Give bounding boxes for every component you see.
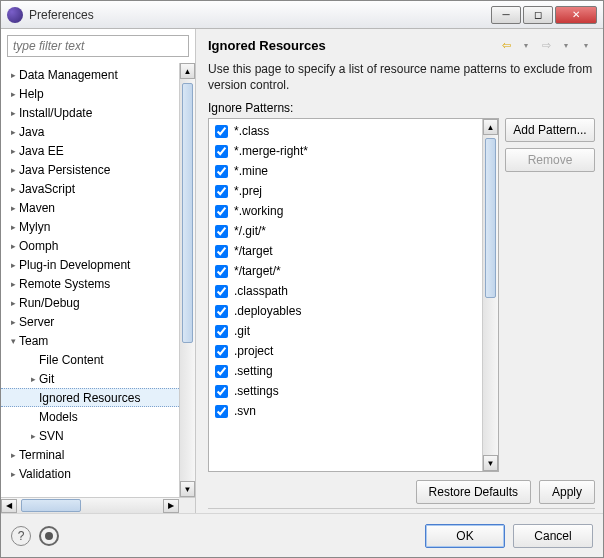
chevron-down-icon[interactable] (7, 336, 19, 346)
remove-button[interactable]: Remove (505, 148, 595, 172)
scroll-down-icon[interactable]: ▼ (180, 481, 195, 497)
forward-menu-icon[interactable]: ▾ (557, 37, 575, 53)
minimize-button[interactable]: ─ (491, 6, 521, 24)
pattern-row[interactable]: .setting (209, 361, 482, 381)
pattern-checkbox[interactable] (215, 265, 228, 278)
chevron-right-icon[interactable] (7, 260, 19, 270)
pattern-checkbox[interactable] (215, 145, 228, 158)
tree-hscrollbar[interactable]: ◀ ▶ (1, 498, 179, 513)
scroll-down-icon[interactable]: ▼ (483, 455, 498, 471)
tree-item[interactable]: Remote Systems (1, 274, 179, 293)
tree-item[interactable]: Help (1, 84, 179, 103)
pattern-row[interactable]: .classpath (209, 281, 482, 301)
tree-item[interactable]: File Content (1, 350, 179, 369)
pattern-row[interactable]: .settings (209, 381, 482, 401)
chevron-right-icon[interactable] (7, 298, 19, 308)
chevron-right-icon[interactable] (7, 165, 19, 175)
pattern-row[interactable]: */.git/* (209, 221, 482, 241)
forward-icon[interactable]: ⇨ (537, 37, 555, 53)
tree-item[interactable]: Java (1, 122, 179, 141)
scroll-up-icon[interactable]: ▲ (483, 119, 498, 135)
scroll-track[interactable] (180, 79, 195, 481)
ok-button[interactable]: OK (425, 524, 505, 548)
pattern-row[interactable]: *.prej (209, 181, 482, 201)
pattern-row[interactable]: *.merge-right* (209, 141, 482, 161)
tree-item[interactable]: Data Management (1, 65, 179, 84)
pattern-checkbox[interactable] (215, 325, 228, 338)
tree-item[interactable]: Terminal (1, 445, 179, 464)
pattern-checkbox[interactable] (215, 405, 228, 418)
chevron-right-icon[interactable] (7, 222, 19, 232)
chevron-right-icon[interactable] (7, 89, 19, 99)
pattern-row[interactable]: .project (209, 341, 482, 361)
patterns-listbox[interactable]: *.class*.merge-right**.mine*.prej*.worki… (208, 118, 499, 472)
tree-item[interactable]: Java Persistence (1, 160, 179, 179)
tree-item[interactable]: Plug-in Development (1, 255, 179, 274)
close-button[interactable]: ✕ (555, 6, 597, 24)
chevron-right-icon[interactable] (7, 469, 19, 479)
preferences-tree[interactable]: Data ManagementHelpInstall/UpdateJavaJav… (1, 63, 179, 497)
tree-item[interactable]: SVN (1, 426, 179, 445)
back-icon[interactable]: ⇦ (497, 37, 515, 53)
pattern-checkbox[interactable] (215, 385, 228, 398)
apply-button[interactable]: Apply (539, 480, 595, 504)
add-pattern-button[interactable]: Add Pattern... (505, 118, 595, 142)
pattern-row[interactable]: *.class (209, 121, 482, 141)
tree-item[interactable]: Mylyn (1, 217, 179, 236)
tree-item[interactable]: Ignored Resources (1, 388, 179, 407)
view-menu-icon[interactable]: ▾ (577, 37, 595, 53)
pattern-checkbox[interactable] (215, 205, 228, 218)
pattern-checkbox[interactable] (215, 285, 228, 298)
tree-item[interactable]: Run/Debug (1, 293, 179, 312)
scroll-track[interactable] (483, 135, 498, 455)
pattern-checkbox[interactable] (215, 185, 228, 198)
maximize-button[interactable]: ◻ (523, 6, 553, 24)
chevron-right-icon[interactable] (7, 203, 19, 213)
tree-vscrollbar[interactable]: ▲ ▼ (179, 63, 195, 497)
chevron-right-icon[interactable] (7, 146, 19, 156)
chevron-right-icon[interactable] (7, 279, 19, 289)
scroll-left-icon[interactable]: ◀ (1, 499, 17, 513)
chevron-right-icon[interactable] (7, 317, 19, 327)
pattern-row[interactable]: */target (209, 241, 482, 261)
scroll-right-icon[interactable]: ▶ (163, 499, 179, 513)
chevron-right-icon[interactable] (7, 108, 19, 118)
tree-item[interactable]: Validation (1, 464, 179, 483)
record-icon[interactable] (39, 526, 59, 546)
pattern-row[interactable]: .deployables (209, 301, 482, 321)
pattern-row[interactable]: .svn (209, 401, 482, 421)
tree-item[interactable]: Java EE (1, 141, 179, 160)
chevron-right-icon[interactable] (27, 374, 39, 384)
help-icon[interactable]: ? (11, 526, 31, 546)
chevron-right-icon[interactable] (7, 450, 19, 460)
tree-item[interactable]: JavaScript (1, 179, 179, 198)
pattern-checkbox[interactable] (215, 365, 228, 378)
list-vscrollbar[interactable]: ▲ ▼ (482, 119, 498, 471)
chevron-right-icon[interactable] (7, 184, 19, 194)
tree-item[interactable]: Server (1, 312, 179, 331)
pattern-checkbox[interactable] (215, 125, 228, 138)
scroll-thumb[interactable] (485, 138, 496, 298)
filter-input[interactable] (7, 35, 189, 57)
cancel-button[interactable]: Cancel (513, 524, 593, 548)
pattern-row[interactable]: */target/* (209, 261, 482, 281)
chevron-right-icon[interactable] (27, 431, 39, 441)
chevron-right-icon[interactable] (7, 241, 19, 251)
hscroll-thumb[interactable] (21, 499, 81, 512)
pattern-checkbox[interactable] (215, 225, 228, 238)
tree-item[interactable]: Maven (1, 198, 179, 217)
pattern-row[interactable]: *.mine (209, 161, 482, 181)
restore-defaults-button[interactable]: Restore Defaults (416, 480, 531, 504)
pattern-checkbox[interactable] (215, 165, 228, 178)
tree-item[interactable]: Git (1, 369, 179, 388)
pattern-checkbox[interactable] (215, 345, 228, 358)
tree-item[interactable]: Oomph (1, 236, 179, 255)
pattern-row[interactable]: *.working (209, 201, 482, 221)
chevron-right-icon[interactable] (7, 70, 19, 80)
tree-item[interactable]: Install/Update (1, 103, 179, 122)
chevron-right-icon[interactable] (7, 127, 19, 137)
scroll-up-icon[interactable]: ▲ (180, 63, 195, 79)
pattern-row[interactable]: .git (209, 321, 482, 341)
pattern-checkbox[interactable] (215, 245, 228, 258)
tree-item[interactable]: Team (1, 331, 179, 350)
